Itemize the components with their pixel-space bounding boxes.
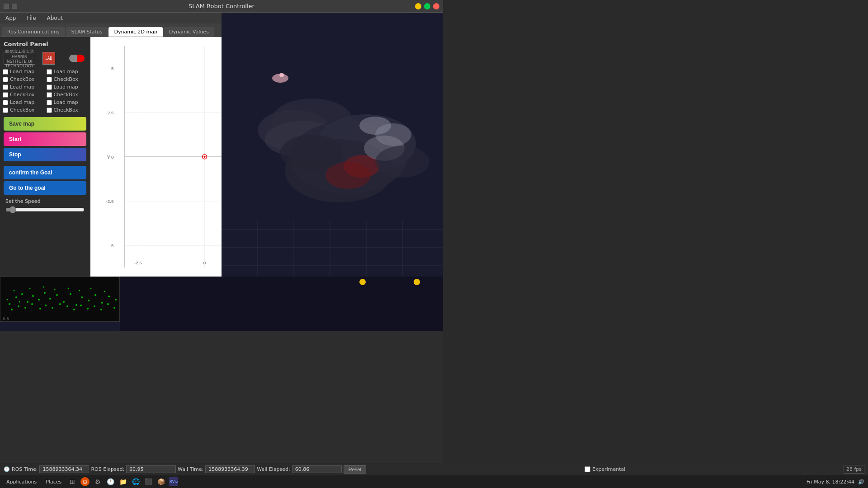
lab-logo: LAB (42, 52, 55, 65)
checkbox-load-map-3[interactable] (3, 84, 8, 90)
svg-point-250 (11, 309, 13, 310)
yellow-dot-2 (414, 279, 420, 285)
svg-point-270 (68, 288, 69, 289)
close-button[interactable] (433, 3, 439, 9)
camera-feed: 0.0 (0, 277, 120, 322)
svg-point-232 (9, 303, 10, 305)
checkbox-load-map-5[interactable] (3, 100, 8, 105)
svg-point-260 (80, 305, 82, 306)
wall-elapsed-value: 60.86 (292, 465, 342, 473)
svg-point-264 (107, 303, 109, 305)
terminal-icon[interactable]: ⬛ (144, 477, 153, 486)
experimental-area: Experimental (585, 466, 625, 472)
win-btn-extra2[interactable] (12, 4, 17, 9)
svg-text:0.0: 0.0 (3, 317, 9, 321)
camera-feed-svg: 0.0 (0, 277, 120, 322)
status-bar: 🕐 ROS Time: 1588933364.34 ROS Elapsed: 6… (0, 463, 868, 475)
ros-elapsed-field: ROS Elapsed: 60.95 (91, 465, 176, 473)
fps-display: 28 fps (844, 466, 864, 472)
ubuntu-icon[interactable]: ⊙ (80, 477, 90, 486)
institute-logo: 哈尔滨工业大学HARBIN INSTITUTE OF TECHNOLOGY (4, 52, 35, 65)
go-to-goal-button[interactable]: Go to the goal (4, 181, 86, 195)
confirm-goal-button[interactable]: confirm the Goal (4, 166, 86, 179)
clock-icon: 🕐 (4, 466, 10, 472)
svg-point-261 (87, 308, 89, 310)
tab-ros-communications[interactable]: Ros Communications (2, 27, 65, 37)
toggle-switch[interactable] (69, 55, 85, 62)
menu-about[interactable]: About (45, 14, 65, 22)
svg-point-249 (115, 299, 117, 300)
wall-elapsed-field: Wall Elapsed: 60.86 (257, 465, 341, 473)
svg-point-252 (24, 307, 26, 309)
checkbox-2[interactable] (47, 77, 52, 82)
pointcloud-svg (222, 13, 443, 277)
svg-point-244 (81, 296, 83, 298)
browser-icon[interactable]: 🌐 (131, 477, 140, 486)
3d-view-panel (222, 13, 443, 277)
map-row-3: Load map Load map (2, 84, 88, 90)
svg-point-268 (43, 286, 44, 288)
svg-text:-5: -5 (110, 243, 114, 248)
load-map-label-6: Load map (54, 99, 78, 105)
wall-time-value: 1588933364.39 (205, 465, 255, 473)
start-button[interactable]: Start (4, 132, 86, 146)
minimize-button[interactable] (415, 3, 421, 9)
svg-point-243 (75, 304, 77, 306)
svg-point-247 (101, 302, 103, 304)
load-map-label-2: Load map (54, 69, 78, 75)
taskbar-applications[interactable]: Applications (4, 478, 39, 486)
checkbox-load-map-2[interactable] (47, 69, 52, 75)
menu-app[interactable]: App (4, 14, 18, 22)
taskbar-places[interactable]: Places (43, 478, 64, 486)
maximize-button[interactable] (424, 3, 430, 9)
reset-button[interactable]: Reset (344, 465, 367, 474)
checkbox-load-map-1[interactable] (3, 69, 8, 75)
checkbox-4[interactable] (47, 92, 52, 98)
tab-dynamic-2d-map[interactable]: Dynamic 2D map (108, 27, 162, 37)
bottom-center (120, 277, 443, 331)
svg-point-274 (7, 299, 8, 300)
checkbox-load-map-6[interactable] (47, 100, 52, 105)
svg-text:2.5: 2.5 (108, 110, 114, 115)
checkbox-3[interactable] (3, 92, 8, 98)
ros-time-label: ROS Time: (12, 466, 38, 472)
checkbox-6[interactable] (47, 108, 52, 113)
tab-slam-status[interactable]: SLAM Status (66, 27, 108, 37)
load-map-label-5: Load map (10, 99, 34, 105)
save-map-button[interactable]: Save map (4, 117, 86, 131)
svg-text:0: 0 (111, 155, 114, 160)
rviz-icon[interactable]: RViz (169, 477, 178, 486)
svg-point-257 (59, 303, 61, 305)
svg-point-262 (94, 305, 95, 307)
window-title: SLAM Robot Controller (189, 3, 255, 9)
wall-time-field: Wall Time: 1588933364.39 (178, 465, 255, 473)
taskbar: Applications Places ⊞ ⊙ ⚙ 🕐 📁 🌐 ⬛ 📦 RViz… (0, 475, 868, 488)
fps-value: 28 fps (844, 465, 864, 474)
experimental-checkbox[interactable] (585, 466, 590, 472)
clock-taskbar-icon[interactable]: 🕐 (106, 477, 115, 486)
speed-slider[interactable] (5, 206, 85, 213)
logo-area: 哈尔滨工业大学HARBIN INSTITUTE OF TECHNOLOGY LA… (2, 50, 88, 66)
svg-point-245 (88, 300, 90, 301)
settings-icon[interactable]: ⚙ (93, 477, 102, 486)
svg-point-271 (79, 290, 80, 291)
files-icon[interactable]: 📁 (118, 477, 127, 486)
checkbox-label-3: CheckBox (10, 92, 34, 98)
win-btn-extra1[interactable] (4, 4, 9, 9)
map-row-1: Load map Load map (2, 68, 88, 75)
wall-time-label: Wall Time: (178, 466, 203, 472)
svg-point-246 (94, 294, 96, 296)
app-icon-1[interactable]: 📦 (156, 477, 165, 486)
map-row-5: Load map Load map (2, 99, 88, 106)
apps-grid-icon[interactable]: ⊞ (68, 477, 77, 486)
svg-text:-2.5: -2.5 (106, 199, 113, 204)
checkbox-5[interactable] (3, 108, 8, 113)
tab-dynamic-values[interactable]: Dynamic Values (164, 27, 214, 37)
experimental-label: Experimental (592, 466, 625, 472)
menu-file[interactable]: File (25, 14, 38, 22)
svg-point-236 (32, 295, 34, 297)
checkbox-1[interactable] (3, 77, 8, 82)
stop-button[interactable]: Stop (4, 148, 86, 161)
svg-point-258 (66, 305, 68, 307)
checkbox-load-map-4[interactable] (47, 84, 52, 90)
